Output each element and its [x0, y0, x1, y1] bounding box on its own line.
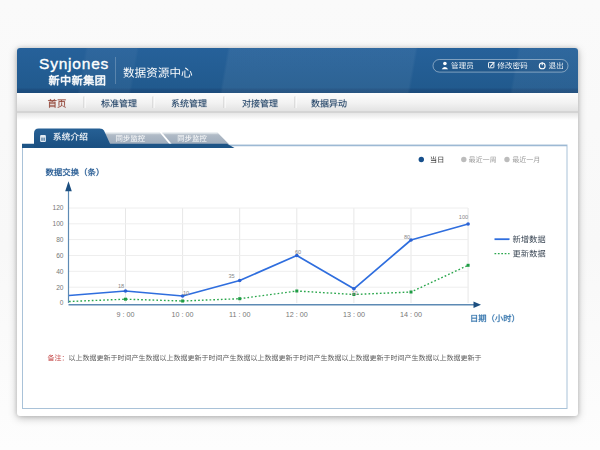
svg-text:13 : 00: 13 : 00	[343, 310, 365, 319]
svg-text:14 : 00: 14 : 00	[400, 310, 422, 319]
svg-text:40: 40	[56, 268, 64, 275]
svg-text:Synjones: Synjones	[39, 55, 109, 72]
svg-text:10: 10	[183, 290, 189, 296]
svg-text:9 : 00: 9 : 00	[117, 310, 135, 319]
svg-text:11 : 00: 11 : 00	[229, 310, 250, 319]
svg-text:12 : 00: 12 : 00	[286, 310, 308, 319]
svg-text:18: 18	[118, 283, 124, 289]
svg-text:80: 80	[404, 234, 410, 240]
svg-text:100: 100	[459, 214, 468, 220]
svg-text:80: 80	[56, 236, 64, 243]
svg-text:60: 60	[295, 249, 301, 255]
svg-text:60: 60	[56, 252, 64, 259]
svg-text:120: 120	[52, 204, 63, 211]
svg-text:35: 35	[228, 273, 234, 279]
svg-text:10: 10	[351, 290, 357, 296]
svg-text:20: 20	[56, 284, 64, 291]
svg-text:100: 100	[52, 220, 63, 227]
svg-text:0: 0	[60, 299, 64, 306]
svg-text:10 : 00: 10 : 00	[172, 310, 194, 319]
